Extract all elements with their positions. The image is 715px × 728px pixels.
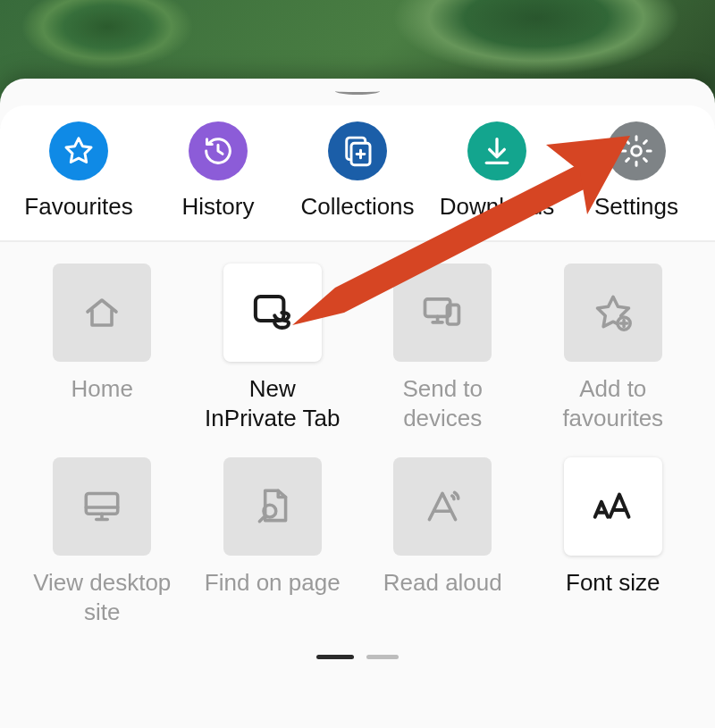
downloads-label: Downloads [440, 193, 555, 221]
settings-label: Settings [594, 193, 678, 221]
quick-action-bar: Favourites History Collections Downloads [0, 105, 715, 240]
font-size-icon [564, 457, 662, 556]
view-desktop-label: View desktop site [33, 568, 171, 626]
read-aloud-icon [393, 457, 492, 556]
svg-rect-3 [256, 297, 284, 321]
font-size-label: Font size [566, 568, 660, 598]
read-aloud-button[interactable]: Read aloud [366, 457, 520, 626]
collections-label: Collections [300, 193, 414, 221]
add-to-favourites-button[interactable]: Add to favourites [536, 264, 691, 432]
read-aloud-label: Read aloud [383, 568, 502, 598]
send-to-devices-button[interactable]: Send to devices [366, 264, 520, 432]
history-button[interactable]: History [148, 121, 288, 221]
font-size-button[interactable]: Font size [536, 457, 691, 626]
actions-grid: Home New InPrivate Tab Send to devices [25, 264, 690, 626]
page-indicator[interactable] [25, 655, 690, 659]
downloads-button[interactable]: Downloads [427, 121, 567, 221]
page-dot-1 [316, 655, 354, 659]
home-button[interactable]: Home [25, 264, 180, 432]
collections-button[interactable]: Collections [288, 121, 427, 221]
add-fav-label: Add to favourites [562, 374, 663, 432]
find-on-page-button[interactable]: Find on page [196, 457, 350, 626]
bottom-sheet: Favourites History Collections Downloads [0, 79, 715, 728]
history-label: History [182, 193, 255, 221]
home-icon [53, 264, 151, 362]
history-icon [189, 121, 248, 180]
new-inprivate-label: New InPrivate Tab [205, 374, 340, 432]
settings-button[interactable]: Settings [567, 121, 706, 221]
star-plus-icon [564, 264, 662, 362]
find-label: Find on page [205, 568, 341, 598]
svg-point-2 [632, 146, 642, 156]
collections-icon [328, 121, 387, 180]
gear-icon [607, 121, 666, 180]
find-icon [223, 457, 322, 556]
send-devices-label: Send to devices [402, 374, 483, 432]
view-desktop-site-button[interactable]: View desktop site [25, 457, 180, 626]
page-dot-2 [366, 655, 399, 659]
inprivate-icon [223, 264, 322, 362]
devices-icon [393, 264, 492, 362]
desktop-icon [53, 457, 151, 556]
favourites-label: Favourites [24, 193, 132, 221]
svg-rect-7 [87, 494, 118, 515]
sheet-grabber[interactable] [0, 79, 715, 105]
home-label: Home [72, 374, 133, 404]
new-inprivate-tab-button[interactable]: New InPrivate Tab [196, 264, 350, 432]
star-icon [49, 121, 108, 180]
favourites-button[interactable]: Favourites [9, 121, 148, 221]
download-icon [467, 121, 526, 180]
